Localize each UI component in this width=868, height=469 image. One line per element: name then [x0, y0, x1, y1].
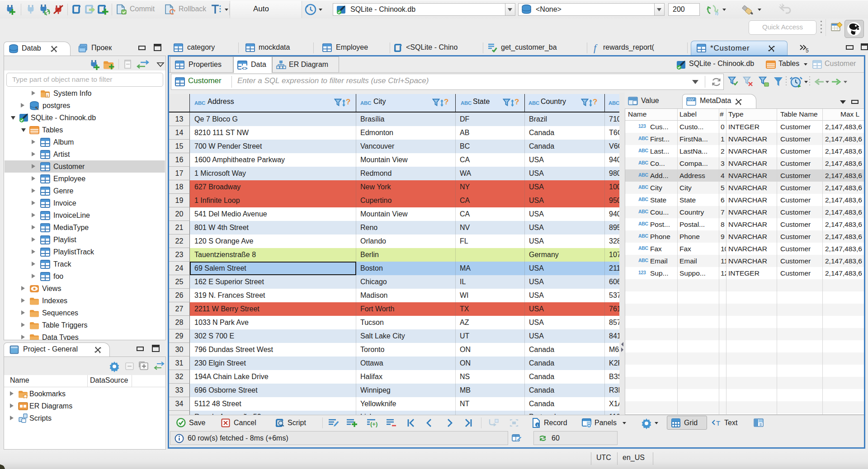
svg-text:(+): (+) [370, 421, 377, 427]
svg-text:f: f [594, 42, 598, 53]
svg-text:<>: <> [242, 66, 248, 71]
svg-text:T: T [716, 419, 720, 427]
svg-text:5: 5 [806, 47, 809, 54]
